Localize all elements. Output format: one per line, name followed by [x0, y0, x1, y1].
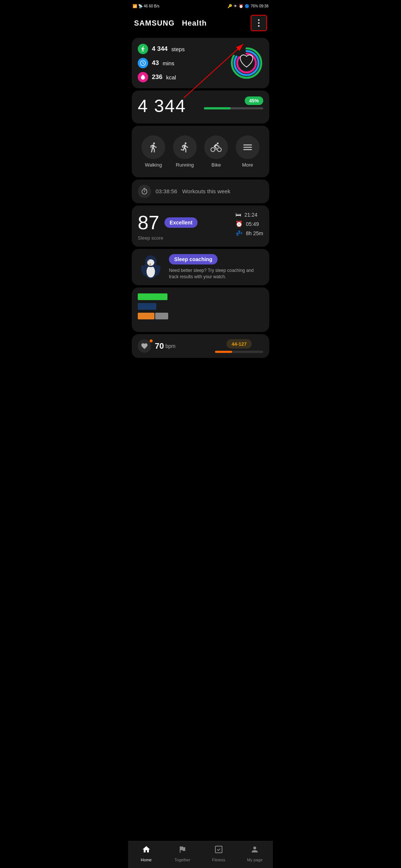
- battery-pct: 76% 09:38: [251, 4, 268, 8]
- steps-value: 4 344: [152, 45, 168, 53]
- mins-row: 43 mins: [138, 58, 185, 68]
- alarm-icon: ⏰: [239, 4, 243, 8]
- status-bar: 📶 📡 46 60 B/s 🔑 👁 ⏰ 🔵 76% 09:38: [128, 0, 273, 12]
- more-item[interactable]: More: [236, 135, 260, 168]
- heart-rate-card[interactable]: 70 bpm 44-127: [132, 334, 269, 358]
- steps-progress: 45%: [204, 96, 263, 109]
- key-icon: 🔑: [228, 4, 232, 8]
- mins-label: mins: [163, 60, 175, 66]
- workout-label: Workouts this week: [182, 188, 231, 194]
- heart-ring: [230, 46, 263, 80]
- bed-icon: 🛏: [235, 211, 241, 218]
- running-label: Running: [176, 162, 194, 168]
- heart-rate-dot: [150, 339, 153, 342]
- sleep-excellent-badge: Excellent: [164, 217, 198, 228]
- kcal-label: kcal: [166, 74, 176, 80]
- bike-icon: [204, 135, 228, 159]
- heart-icon: [138, 339, 151, 353]
- bedtime-row: 🛏 21:24: [235, 211, 263, 218]
- wakeup-row: ⏰ 05:49: [235, 220, 263, 227]
- kcal-row: 236 kcal: [138, 72, 185, 82]
- duration-value: 8h 25m: [246, 230, 263, 236]
- wakeup-value: 05:49: [246, 221, 259, 227]
- brand-samsung: SAMSUNG: [134, 19, 175, 27]
- mins-icon: [138, 58, 148, 68]
- hr-bar-fill: [215, 351, 232, 353]
- heart-rate-range: 44-127: [215, 339, 263, 353]
- signal-icon: 📶: [133, 4, 137, 8]
- sleep-score-value: 87: [138, 211, 159, 234]
- workout-time: 03:38:56: [156, 188, 177, 194]
- chart-card[interactable]: [132, 287, 269, 332]
- menu-button[interactable]: [251, 15, 267, 31]
- mins-value: 43: [152, 59, 159, 67]
- steps-progress-fill: [204, 107, 231, 109]
- menu-dot-1: [258, 19, 260, 21]
- stopwatch-icon: [138, 185, 151, 198]
- kcal-value: 236: [152, 73, 162, 81]
- sleep-times: 🛏 21:24 ⏰ 05:49 💤 8h 25m: [235, 211, 263, 237]
- workout-card[interactable]: 03:38:56 Workouts this week: [132, 180, 269, 203]
- steps-detail-card[interactable]: 4 344 45%: [132, 91, 269, 124]
- hr-range-badge: 44-127: [226, 339, 252, 349]
- scroll-area: 4 344 steps 43 mins 236 kcal: [128, 38, 273, 390]
- activity-types-card: Walking Running Bike More: [132, 126, 269, 177]
- running-icon: [173, 135, 197, 159]
- more-label: More: [242, 162, 253, 168]
- duration-row: 💤 8h 25m: [235, 230, 263, 237]
- bike-label: Bike: [212, 162, 221, 168]
- brand-health: Health: [182, 19, 207, 27]
- svg-point-7: [147, 266, 155, 278]
- bluetooth-icon: 🔵: [245, 4, 249, 8]
- coaching-content: Sleep coaching Need better sleep? Try sl…: [169, 254, 263, 280]
- wifi-icon: 📡: [138, 4, 143, 8]
- data-speed: 46 60 B/s: [144, 4, 159, 8]
- app-title: SAMSUNG Health: [134, 19, 207, 27]
- penguin-icon: [138, 254, 164, 280]
- chart-row-1: [138, 293, 263, 300]
- eye-icon: 👁: [234, 4, 237, 8]
- alarm-clock-icon: ⏰: [235, 220, 243, 227]
- walking-item[interactable]: Walking: [141, 135, 165, 168]
- chart-bar-3a: [138, 313, 154, 319]
- workout-text: 03:38:56 Workouts this week: [156, 188, 231, 195]
- walking-label: Walking: [145, 162, 162, 168]
- coaching-text: Need better sleep? Try sleep coaching an…: [169, 267, 263, 280]
- menu-dot-3: [258, 25, 260, 27]
- heart-rate-unit: bpm: [165, 343, 175, 349]
- activity-types: Walking Running Bike More: [138, 132, 263, 171]
- chart-bars: [138, 293, 263, 319]
- activity-stats: 4 344 steps 43 mins 236 kcal: [138, 44, 185, 82]
- app-header: SAMSUNG Health: [128, 12, 273, 36]
- activity-summary-card: 4 344 steps 43 mins 236 kcal: [132, 38, 269, 88]
- chart-row-3: [138, 313, 263, 319]
- more-icon: [236, 135, 260, 159]
- hr-bar-track: [215, 351, 263, 353]
- chart-bar-3b: [155, 313, 168, 319]
- sleep-score-card[interactable]: 87 Excellent Sleep score 🛏 21:24 ⏰ 05:49…: [132, 206, 269, 247]
- steps-label: steps: [172, 46, 185, 52]
- bike-item[interactable]: Bike: [204, 135, 228, 168]
- steps-icon: [138, 44, 148, 54]
- chart-bar-2: [138, 303, 156, 310]
- status-left: 📶 📡 46 60 B/s: [133, 4, 159, 8]
- kcal-icon: [138, 72, 148, 82]
- coaching-badge: Sleep coaching: [169, 254, 218, 264]
- walking-icon: [141, 135, 165, 159]
- steps-percent-badge: 45%: [245, 96, 263, 105]
- sleep-icon: 💤: [235, 230, 243, 237]
- status-right: 🔑 👁 ⏰ 🔵 76% 09:38: [228, 4, 268, 8]
- steps-row: 4 344 steps: [138, 44, 185, 54]
- svg-point-11: [149, 260, 149, 261]
- menu-dot-2: [258, 22, 260, 24]
- heart-rate-value: 70: [155, 341, 164, 351]
- chart-bar-1: [138, 293, 167, 300]
- chart-row-2: [138, 303, 263, 310]
- steps-progress-track: [204, 107, 263, 109]
- sleep-coaching-card[interactable]: Sleep coaching Need better sleep? Try sl…: [132, 249, 269, 285]
- running-item[interactable]: Running: [173, 135, 197, 168]
- bedtime-value: 21:24: [244, 212, 257, 218]
